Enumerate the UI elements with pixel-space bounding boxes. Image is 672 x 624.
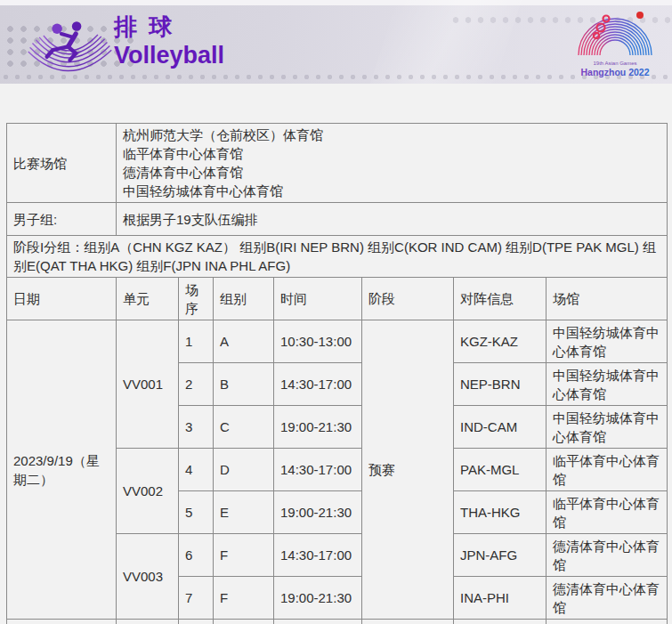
time-cell: 19:00-21:30 bbox=[274, 577, 362, 620]
column-header-stage: 阶段 bbox=[362, 278, 454, 320]
logo-sun-dot bbox=[636, 12, 644, 19]
venue-cell: 中国轻纺城体育中心体育馆 bbox=[547, 320, 668, 363]
match-no-cell: 4 bbox=[179, 449, 214, 491]
match-no-cell: 7 bbox=[179, 577, 214, 620]
teams-cell: INA-PHI bbox=[454, 577, 547, 620]
venue-line: 临平体育中心体育馆 bbox=[123, 144, 660, 163]
date-cell: 2023/9/19（星期二） bbox=[7, 320, 117, 620]
match-row: 2023/9/19（星期二） VV001 1 A 10:30-13:00 预赛 … bbox=[7, 320, 668, 363]
table-row-partial bbox=[7, 620, 668, 624]
venue-cell: 临平体育中心体育馆 bbox=[547, 449, 668, 491]
teams-cell: JPN-AFG bbox=[454, 534, 547, 577]
match-no-cell: 6 bbox=[179, 534, 214, 577]
teams-cell: NEP-BRN bbox=[454, 363, 547, 406]
time-cell: 19:00-21:30 bbox=[274, 491, 362, 534]
volleyball-pictogram-icon bbox=[22, 11, 116, 77]
venues-label-cell: 比赛场馆 bbox=[7, 124, 117, 203]
stage-grouping-cell: 阶段I分组：组别A（CHN KGZ KAZ） 组别B(IRI NEP BRN) … bbox=[7, 236, 668, 278]
unit-cell: VV001 bbox=[117, 320, 179, 449]
venues-value-cell: 杭州师范大学（仓前校区）体育馆 临平体育中心体育馆 德清体育中心体育馆 中国轻纺… bbox=[117, 124, 668, 203]
sport-title-zh: 排 球 bbox=[114, 13, 224, 40]
teams-cell: KGZ-KAZ bbox=[454, 320, 547, 363]
column-header-time: 时间 bbox=[274, 278, 362, 320]
unit-cell: VV003 bbox=[117, 534, 179, 620]
time-cell: 14:30-17:00 bbox=[274, 363, 362, 406]
mens-group-value-cell: 根据男子19支队伍编排 bbox=[117, 203, 668, 236]
match-no-cell: 1 bbox=[179, 320, 214, 363]
time-cell: 14:30-17:00 bbox=[274, 449, 362, 491]
time-cell: 14:30-17:00 bbox=[274, 534, 362, 577]
logo-subtitle: 19th Asian Games bbox=[593, 61, 636, 66]
group-cell: F bbox=[214, 577, 274, 620]
match-no-cell: 3 bbox=[179, 406, 214, 449]
teams-cell: PAK-MGL bbox=[454, 449, 547, 491]
venue-cell: 德清体育中心体育馆 bbox=[547, 534, 668, 577]
column-header-group: 组别 bbox=[214, 278, 274, 320]
volleyball-schedule-page: { "theme": { "accent_purple": "#6318bb",… bbox=[0, 0, 672, 624]
group-cell: B bbox=[214, 363, 274, 406]
logo-title: Hangzhou 2022 bbox=[580, 67, 649, 77]
group-cell: E bbox=[214, 491, 274, 534]
group-cell: C bbox=[214, 406, 274, 449]
banner-sheen bbox=[366, 0, 525, 84]
banner-titles: 排 球 Volleyball bbox=[114, 13, 224, 70]
teams-cell: THA-HKG bbox=[454, 491, 547, 534]
group-cell: D bbox=[214, 449, 274, 491]
stage-grouping-row: 阶段I分组：组别A（CHN KGZ KAZ） 组别B(IRI NEP BRN) … bbox=[7, 236, 668, 278]
time-cell: 10:30-13:00 bbox=[274, 320, 362, 363]
sport-banner: 排 球 Volleyball bbox=[0, 0, 672, 84]
mens-group-row: 男子组: 根据男子19支队伍编排 bbox=[7, 203, 668, 236]
unit-cell: VV002 bbox=[117, 449, 179, 534]
column-header-row: 日期 单元 场序 组别 时间 阶段 对阵信息 场馆 bbox=[7, 278, 668, 320]
column-header-unit: 单元 bbox=[117, 278, 179, 320]
time-cell: 19:00-21:30 bbox=[274, 406, 362, 449]
schedule-table: 比赛场馆 杭州师范大学（仓前校区）体育馆 临平体育中心体育馆 德清体育中心体育馆… bbox=[6, 123, 668, 624]
stage-cell: 预赛 bbox=[362, 320, 454, 620]
mens-group-label-cell: 男子组: bbox=[7, 203, 117, 236]
venue-cell: 中国轻纺城体育中心体育馆 bbox=[547, 406, 668, 449]
match-no-cell: 2 bbox=[179, 363, 214, 406]
group-cell: A bbox=[214, 320, 274, 363]
column-header-date: 日期 bbox=[7, 278, 117, 320]
venue-cell: 德清体育中心体育馆 bbox=[547, 577, 668, 620]
venues-row: 比赛场馆 杭州师范大学（仓前校区）体育馆 临平体育中心体育馆 德清体育中心体育馆… bbox=[7, 124, 668, 203]
venue-line: 中国轻纺城体育中心体育馆 bbox=[123, 182, 660, 200]
column-header-venue: 场馆 bbox=[547, 278, 668, 320]
column-header-match-no: 场序 bbox=[179, 278, 214, 320]
asian-games-logo: 19th Asian Games Hangzhou 2022 bbox=[565, 4, 665, 81]
venue-cell: 临平体育中心体育馆 bbox=[547, 491, 668, 534]
teams-cell: IND-CAM bbox=[454, 406, 547, 449]
column-header-teams: 对阵信息 bbox=[454, 278, 547, 320]
sport-title-en: Volleyball bbox=[114, 41, 224, 70]
venue-line: 杭州师范大学（仓前校区）体育馆 bbox=[123, 126, 660, 144]
match-no-cell: 5 bbox=[179, 491, 214, 534]
venue-line: 德清体育中心体育馆 bbox=[123, 163, 660, 182]
venue-cell: 中国轻纺城体育中心体育馆 bbox=[547, 363, 668, 406]
group-cell: F bbox=[214, 534, 274, 577]
